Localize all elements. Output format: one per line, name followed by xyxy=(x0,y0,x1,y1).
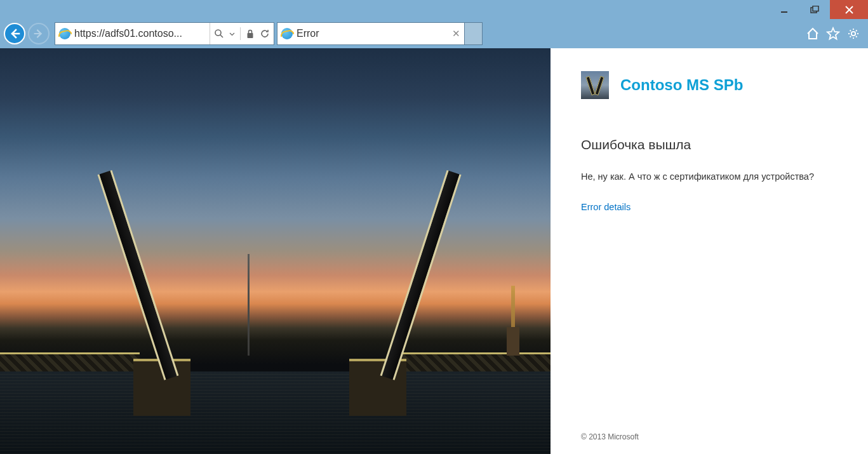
close-icon xyxy=(845,6,853,14)
address-bar[interactable] xyxy=(55,22,274,45)
chevron-down-icon[interactable] xyxy=(229,31,235,37)
chrome-right-controls xyxy=(806,27,864,41)
forward-button[interactable] xyxy=(28,23,50,44)
separator xyxy=(240,27,241,40)
svg-point-8 xyxy=(851,32,855,36)
lock-icon[interactable] xyxy=(246,29,255,39)
tab-close-button[interactable]: ✕ xyxy=(452,28,460,39)
svg-rect-2 xyxy=(813,6,818,11)
error-details-link[interactable]: Error details xyxy=(581,202,838,212)
ie-logo-icon xyxy=(59,28,70,39)
search-icon[interactable] xyxy=(214,29,224,39)
home-icon[interactable] xyxy=(806,27,820,41)
svg-line-6 xyxy=(220,35,223,37)
error-message: Не, ну как. А что ж с сертификатиком для… xyxy=(581,170,838,183)
tab[interactable]: Error ✕ xyxy=(277,22,465,45)
back-button[interactable] xyxy=(4,23,25,44)
panel-header: Contoso MS SPb xyxy=(581,71,838,99)
gear-icon[interactable] xyxy=(846,27,860,41)
ie-logo-icon xyxy=(281,28,293,39)
minimize-icon xyxy=(780,6,788,13)
favorites-icon[interactable] xyxy=(826,27,840,41)
page-content: Contoso MS SPb Ошибочка вышла Не, ну как… xyxy=(0,48,868,454)
maximize-button[interactable] xyxy=(799,0,830,19)
svg-rect-7 xyxy=(248,33,253,38)
minimize-button[interactable] xyxy=(769,0,799,19)
address-controls xyxy=(210,23,274,44)
arrow-left-icon xyxy=(9,28,20,39)
window-titlebar xyxy=(0,0,868,19)
new-tab-button[interactable] xyxy=(465,22,483,45)
copyright: © 2013 Microsoft xyxy=(581,432,838,441)
url-input[interactable] xyxy=(74,28,210,39)
tab-title: Error xyxy=(297,28,452,39)
browser-toolbar: Error ✕ xyxy=(0,19,868,48)
maximize-icon xyxy=(810,6,819,13)
brand-name: Contoso MS SPb xyxy=(620,76,743,94)
refresh-icon[interactable] xyxy=(260,29,270,39)
close-button[interactable] xyxy=(830,0,868,19)
error-heading: Ошибочка вышла xyxy=(581,137,838,152)
brand-logo xyxy=(581,71,609,99)
svg-point-5 xyxy=(215,30,221,36)
error-panel: Contoso MS SPb Ошибочка вышла Не, ну как… xyxy=(551,48,868,454)
adfs-illustration xyxy=(0,48,551,454)
arrow-right-icon xyxy=(34,29,44,39)
